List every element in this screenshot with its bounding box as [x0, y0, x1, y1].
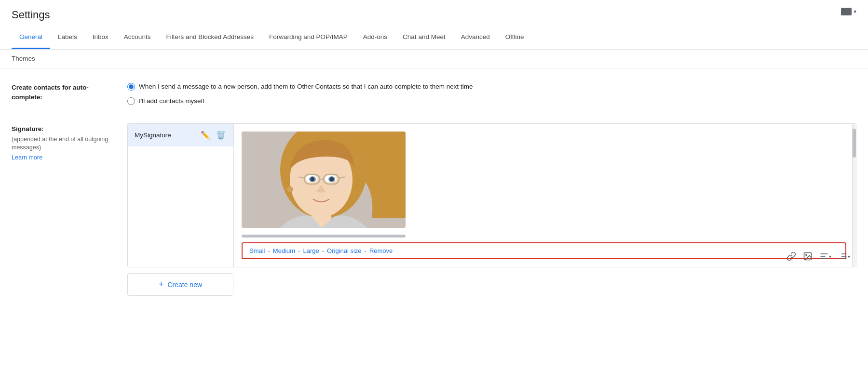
signature-list-item[interactable]: MySignature ✏️ 🗑️ [128, 124, 233, 146]
contacts-option2-label: I'll add contacts myself [139, 96, 204, 106]
size-large-link[interactable]: Large [303, 247, 319, 254]
size-sep2: - [298, 247, 300, 254]
editor-scrollbar[interactable] [852, 124, 856, 267]
signature-sublabel: (appended at the end of all outgoing mes… [12, 135, 116, 152]
signature-item-icons: ✏️ 🗑️ [200, 130, 227, 141]
tab-labels[interactable]: Labels [50, 28, 85, 49]
image-icon[interactable] [801, 250, 814, 263]
signature-name: MySignature [135, 132, 200, 139]
chevron-down-icon: ▾ [854, 8, 856, 15]
link-icon[interactable] [785, 250, 798, 263]
contacts-option2[interactable]: I'll add contacts myself [127, 96, 856, 106]
create-new-button[interactable]: + Create new [127, 273, 233, 296]
svg-point-14 [287, 186, 293, 192]
create-new-icon: + [159, 279, 164, 290]
svg-point-7 [311, 177, 314, 181]
contacts-autocomplete-label: Create contacts for auto-complete: [12, 83, 116, 103]
list-icon[interactable]: ▾ [836, 250, 852, 263]
tab-advanced[interactable]: Advanced [453, 28, 498, 49]
signature-panel: MySignature ✏️ 🗑️ [127, 123, 856, 267]
signature-list: MySignature ✏️ 🗑️ [128, 124, 234, 267]
account-icon [841, 8, 852, 15]
settings-tabs: General Labels Inbox Accounts Filters an… [12, 28, 856, 49]
signature-image-preview [242, 132, 406, 228]
contacts-radio-auto[interactable] [127, 83, 135, 91]
tab-general[interactable]: General [12, 28, 50, 49]
account-icon-button[interactable]: ▾ [841, 8, 856, 15]
svg-point-17 [806, 254, 807, 256]
size-medium-link[interactable]: Medium [273, 247, 295, 254]
signature-section: Signature: (appended at the end of all o… [12, 123, 856, 296]
contacts-option1-label: When I send a message to a new person, a… [139, 82, 473, 92]
contacts-radio-manual[interactable] [127, 97, 135, 105]
list-chevron-icon: ▾ [848, 254, 850, 259]
size-original-link[interactable]: Original size [327, 247, 362, 254]
contacts-option1[interactable]: When I send a message to a new person, a… [127, 82, 856, 92]
signature-size-popup: Small - Medium - Large - Original size -… [242, 242, 846, 259]
themes-row: Themes [0, 50, 868, 68]
signature-image[interactable] [242, 132, 846, 228]
tab-themes[interactable]: Themes [12, 55, 35, 62]
size-sep3: - [322, 247, 324, 254]
delete-icon[interactable]: 🗑️ [215, 130, 227, 141]
contacts-radio-group: When I send a message to a new person, a… [127, 82, 856, 106]
svg-point-8 [330, 177, 334, 181]
size-small-link[interactable]: Small [249, 247, 265, 254]
size-sep1: - [268, 247, 270, 254]
scrollbar-thumb[interactable] [853, 129, 856, 158]
tab-forwarding[interactable]: Forwarding and POP/IMAP [261, 28, 355, 49]
size-remove-link[interactable]: Remove [369, 247, 393, 254]
contacts-autocomplete-section: Create contacts for auto-complete: When … [12, 82, 856, 106]
edit-icon[interactable]: ✏️ [200, 130, 211, 141]
signature-editor[interactable]: Small - Medium - Large - Original size -… [234, 124, 856, 267]
align-icon[interactable]: ▾ [817, 250, 833, 263]
tab-offline[interactable]: Offline [498, 28, 532, 49]
tab-filters[interactable]: Filters and Blocked Addresses [158, 28, 261, 49]
align-chevron-icon: ▾ [829, 254, 831, 259]
tab-inbox[interactable]: Inbox [85, 28, 116, 49]
tab-chat[interactable]: Chat and Meet [395, 28, 453, 49]
tab-addons[interactable]: Add-ons [355, 28, 395, 49]
signature-learn-more-link[interactable]: Learn more [12, 154, 42, 161]
signature-toolbar: ▾ ▾ [785, 250, 852, 263]
tab-accounts[interactable]: Accounts [116, 28, 159, 49]
size-sep4: - [365, 247, 366, 254]
signature-label: Signature: [12, 124, 116, 134]
signature-text-bar [242, 235, 406, 238]
create-new-label: Create new [167, 281, 202, 289]
page-title: Settings [12, 9, 50, 21]
